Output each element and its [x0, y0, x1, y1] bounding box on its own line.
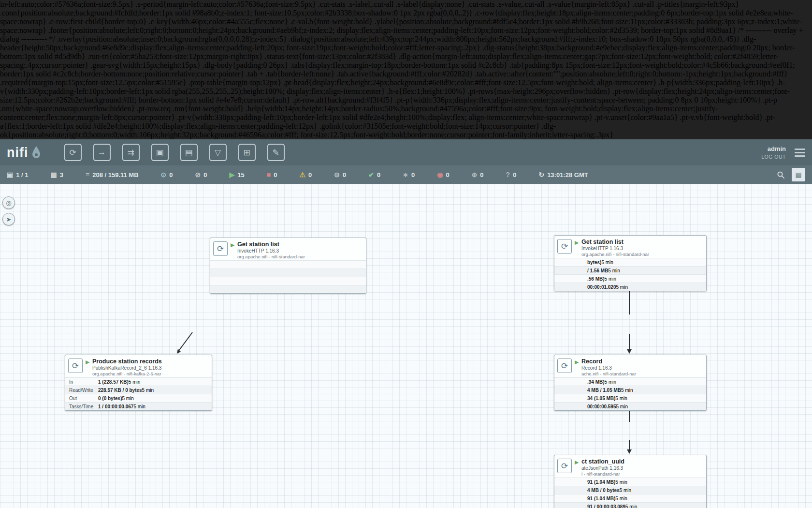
processor-type-icon: ⟳ [213, 241, 228, 256]
processor-get-station-list-right[interactable]: ⟳ ▶ Get station list InvokeHTTP 1.16.3 o… [554, 235, 707, 291]
processor-type: ateJsonPath 1.16.3 [581, 465, 706, 471]
processor-stat-row: bytes)5 min [554, 258, 706, 266]
search-icon[interactable] [777, 171, 785, 179]
status-refresh[interactable]: ↻ 13:01:28 GMT [538, 171, 588, 179]
status-locally-modified: ∗0 [403, 171, 415, 179]
disabled-count: 0 [343, 171, 346, 179]
operate-palette-button[interactable]: ➤ [2, 213, 15, 225]
processor-bundle: ache.nifi - nifi-standard-nar [581, 371, 706, 376]
process-group-icon[interactable]: ▣ [151, 144, 169, 161]
stale-count: 0 [446, 171, 449, 179]
processor-extract-station-uuid[interactable]: ⟳ ▶ ct station_uuid ateJsonPath 1.16.3 i… [554, 455, 707, 508]
processor-title: Get station list [237, 241, 366, 248]
processor-stat-row: 00:00:01.0205 min [554, 283, 706, 291]
top-bar: nifi ⟳→⇉▣▤▽⊞✎ admin LOG OUT [0, 139, 812, 165]
status-disabled: ⊝0 [334, 171, 346, 179]
cluster-icon: ▣ [7, 171, 13, 178]
run-status-icon: ▶ [575, 459, 579, 465]
processor-title: Get station list [581, 239, 706, 245]
refresh-icon: ↻ [538, 171, 544, 178]
processor-type-icon: ⟳ [557, 359, 572, 373]
template-icon[interactable]: ⊞ [238, 144, 256, 161]
run-status-icon: ▶ [575, 359, 579, 365]
status-transmitting: ⊙0 [161, 171, 173, 179]
status-locally-modified-stale: ⊕0 [472, 171, 484, 179]
processor-bundle: org.apache.nifi - nifi-kafka-2-6-nar [92, 371, 212, 376]
processor-stat-row: Out0 (0 bytes)5 min [65, 394, 212, 402]
processor-type: InvokeHTTP 1.16.3 [581, 246, 706, 251]
processor-stat-row [210, 285, 366, 293]
navigate-icon: ◎ [6, 199, 11, 207]
up-to-date-count: 0 [377, 171, 380, 179]
stale-icon: ◉ [437, 171, 443, 178]
processor-type: PublishKafkaRecord_2_6 1.16.3 [92, 365, 212, 371]
processor-title: ct station_uuid [581, 458, 706, 465]
locally-modified-icon: ∗ [403, 171, 408, 178]
processor-type-icon: ⟳ [557, 459, 572, 473]
processor-stat-row: 91 (1.04 MB)5 min [554, 494, 706, 502]
running-icon: ▶ [230, 171, 235, 178]
processor-stat-row: .34 MB)5 min [554, 377, 706, 386]
running-count: 15 [237, 171, 244, 179]
label-icon[interactable]: ✎ [267, 144, 285, 161]
active-threads-icon: ▦ [51, 171, 57, 178]
component-toolbar: ⟳→⇉▣▤▽⊞✎ [64, 144, 285, 161]
processor-bundle: org.apache.nifi - nifi-standard-nar [581, 252, 706, 257]
nifi-drop-icon [30, 145, 42, 160]
cluster-count: 1 / 1 [16, 171, 28, 179]
processor-stat-row [210, 277, 366, 285]
processor-record[interactable]: ⟳ ▶ Record Record 1.16.3 ache.nifi - nif… [554, 355, 707, 411]
remote-process-group-icon[interactable]: ▤ [180, 144, 198, 161]
processor-type-icon: ⟳ [68, 359, 83, 373]
current-user: admin [761, 145, 786, 152]
status-invalid: ⚠0 [299, 171, 312, 179]
status-queued: ≡208 / 159.11 MB [86, 171, 139, 179]
processor-stat-row [210, 260, 366, 269]
processor-type: InvokeHTTP 1.16.3 [237, 248, 366, 254]
output-port-icon[interactable]: ⇉ [122, 144, 140, 161]
input-port-icon[interactable]: → [93, 144, 111, 161]
processor-stat-row: 4 MB / 0 bytes5 min [554, 486, 706, 494]
status-up-to-date: ✔0 [368, 171, 380, 179]
active-threads-count: 3 [60, 171, 63, 179]
status-active-threads: ▦3 [51, 171, 63, 179]
logout-link[interactable]: LOG OUT [761, 154, 786, 160]
settings-button[interactable]: ▦ [792, 168, 805, 181]
not-transmitting-count: 0 [203, 171, 207, 179]
last-refresh-time: 13:01:28 GMT [547, 171, 588, 179]
invalid-icon: ⚠ [299, 171, 305, 178]
processor-stat-row: 91 / 00:00:03.0895 min [554, 502, 706, 508]
settings-grid-icon: ▦ [795, 171, 801, 179]
navigate-palette-button[interactable]: ◎ [2, 196, 15, 209]
status-running: ▶15 [230, 171, 245, 179]
status-sync-failure: ?0 [506, 171, 517, 179]
funnel-icon[interactable]: ▽ [209, 144, 227, 161]
queued-count: 208 / 159.11 MB [92, 171, 138, 179]
processor-produce-station-records[interactable]: ⟳ ▶ Produce station records PublishKafka… [65, 355, 212, 411]
processor-bundle: i - nifi-standard-nar [581, 471, 706, 477]
processor-get-station-list-left[interactable]: ⟳ ▶ Get station list InvokeHTTP 1.16.3 o… [210, 238, 366, 294]
processor-type: Record 1.16.3 [581, 365, 706, 371]
status-not-transmitting: ⊘0 [195, 171, 207, 179]
stopped-icon: ■ [267, 171, 271, 178]
status-stopped: ■0 [267, 171, 277, 179]
processor-type-icon: ⟳ [557, 239, 572, 254]
global-menu-icon[interactable] [795, 149, 805, 157]
status-stale: ◉0 [437, 171, 449, 179]
processor-title: Produce station records [92, 358, 212, 365]
processor-stat-row [210, 269, 366, 277]
processor-bundle: org.apache.nifi - nifi-standard-nar [237, 254, 366, 259]
processor-stat-row: Read/Write228.57 KB / 0 bytes5 min [65, 386, 212, 394]
nifi-logo-text: nifi [7, 145, 29, 160]
processor-stat-row: 00:00:00.5955 min [554, 402, 706, 410]
operate-icon: ➤ [6, 216, 12, 223]
nifi-app: ◎ ➤ Stream live-data Ingest station reco… [0, 139, 812, 508]
locally-modified-stale-count: 0 [480, 171, 483, 179]
transmitting-count: 0 [169, 171, 173, 179]
run-status-icon: ▶ [231, 242, 234, 248]
processor-stat-row: / 1.56 MB5 min [554, 266, 706, 274]
processor-stat-row: 34 (1.05 MB)5 min [554, 394, 706, 402]
queued-icon: ≡ [86, 171, 89, 178]
status-cluster: ▣1 / 1 [7, 171, 29, 179]
processor-icon[interactable]: ⟳ [64, 144, 82, 161]
